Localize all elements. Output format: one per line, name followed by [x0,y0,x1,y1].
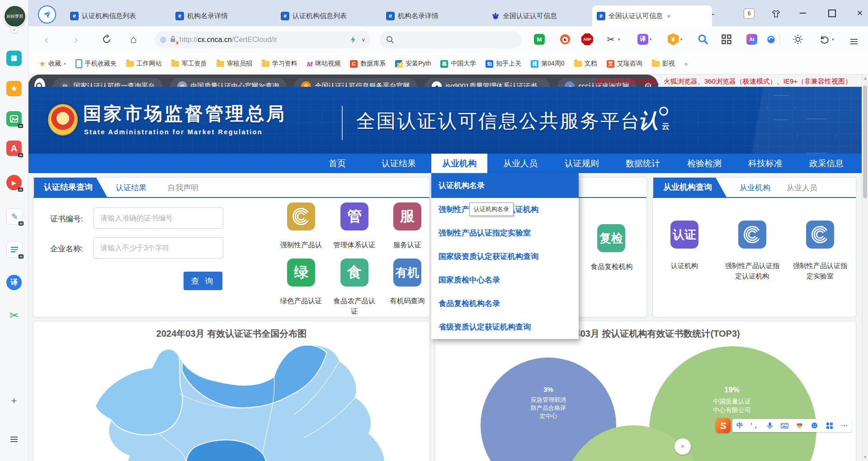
menu-provincial-qualification-query[interactable]: 省级资质认定获证机构查询 [431,315,579,339]
ext-browser-assistant-icon[interactable] [764,33,778,46]
cert-no-input[interactable] [94,207,223,229]
bookmark-zhihu[interactable]: 知知乎上关 [486,60,521,68]
ime-skin-palette-icon[interactable] [792,419,807,432]
scroll-down-arrow[interactable]: ▼ [863,455,867,459]
scissors-dropdown-icon[interactable]: ▾ [618,37,620,42]
bookmark-database[interactable]: C数据库系 [350,60,386,68]
ai-list-tool-icon[interactable]: AI [6,241,23,258]
bookmark-mooc[interactable]: 慕中国大学 [440,60,476,68]
ext-ai-icon[interactable]: AI [745,33,759,46]
speed-bolt-icon[interactable] [350,36,356,43]
management-cert-icon[interactable]: 管 [340,202,368,230]
ime-grid-icon[interactable] [822,419,837,432]
back-button[interactable]: ‹ [40,33,53,46]
nav-procurement[interactable]: 政采信息 [804,154,849,173]
translate-tool-icon[interactable]: 译 [6,275,22,290]
home-button[interactable]: ⌂ [127,33,140,46]
ime-chinese-mode-icon[interactable]: 中 [732,419,747,432]
user-avatar[interactable]: 好好學習 [4,5,26,28]
menu-national-qualification-query[interactable]: 国家级资质认定获证机构查询 [431,245,579,268]
tab-cert-result-query[interactable]: 认证结果查询 [34,178,107,197]
forward-button[interactable]: › [69,33,83,46]
nav-inspection[interactable]: 检验检测 [682,154,727,173]
insecure-lock-icon[interactable]: x [170,36,176,44]
tab-close-icon[interactable]: × [667,12,671,20]
tab-6-active[interactable]: e 全国认证认可信息 × [592,5,712,26]
bookmarks-overflow[interactable]: » [684,60,688,67]
ime-emoji-icon[interactable] [807,419,822,432]
green-product-icon[interactable]: 绿 [287,259,315,287]
china-map[interactable] [68,343,412,461]
ccc-cert-icon[interactable] [287,202,315,230]
nav-cert-rules[interactable]: 认证规则 [559,154,604,173]
url-dropdown-icon[interactable]: ∨ [361,37,365,43]
ime-punctuation-icon[interactable]: ’， [747,419,762,432]
ime-keyboard-icon[interactable] [777,419,792,432]
url-text[interactable]: http://cx.cnca.cn/CertECloud/ir [179,36,277,44]
ext-search-magnifier-icon[interactable] [696,33,710,46]
browser-logo-icon[interactable] [38,5,56,24]
tab-org-query[interactable]: 从业机构查询 [653,178,726,197]
undo-closed-tab-icon[interactable] [817,33,831,46]
ime-mic-icon[interactable] [762,419,777,432]
ime-more-icon[interactable]: ⋯ [837,419,852,432]
tab-cert-result[interactable]: 认证结果 [116,178,146,197]
theme-shirt-icon[interactable] [769,8,782,19]
scroll-up-arrow[interactable]: ▲ [863,76,867,80]
translate-dropdown-icon[interactable]: ▾ [650,37,652,42]
page-scrollbar[interactable]: ▲ ▼ [862,75,868,461]
ext-adblock-icon[interactable]: ABP [580,33,594,46]
organic-code-icon[interactable]: 有机 [393,259,421,287]
nav-cert-results[interactable]: 认证结果 [376,154,421,173]
nav-statistics[interactable]: 数据统计 [620,154,665,173]
night-mode-sun-icon[interactable] [791,33,805,46]
tab-1[interactable]: e 认证机构信息列表 [66,5,180,26]
bookmark-folder[interactable]: 学习资料 [262,60,297,68]
tab-person[interactable]: 从业人员 [787,178,817,197]
bookmark-iresearch[interactable]: 艾艾瑞咨询 [607,60,642,68]
ai-image-tool-icon[interactable]: AI [6,111,22,127]
nav-practitioner-orgs[interactable]: 从业机构 [431,154,487,173]
refresh-button[interactable] [100,33,113,46]
ext-grid-apps-icon[interactable] [720,33,733,46]
bookmark-video[interactable]: 视第04周0 [531,60,564,68]
service-cert-icon[interactable]: 服 [393,202,421,230]
screenshot-scissors-icon[interactable]: ✂ [6,308,22,323]
ext-notebook-icon[interactable]: M [533,33,546,46]
bookmark-folder[interactable]: 文档 [574,60,597,68]
window-close-button[interactable]: × [854,7,866,19]
nav-practitioners[interactable]: 从业人员 [498,154,543,173]
ext-translate-icon[interactable]: 译 [636,33,650,46]
ext-scissors-icon[interactable]: ✂ [604,33,618,46]
bookmark-python[interactable]: Py安装Pyth [395,60,431,68]
window-maximize-button[interactable] [826,7,838,19]
tab-4[interactable]: e 机构名录详情 [382,5,496,26]
search-box[interactable] [380,31,522,48]
menu-cert-org-directory[interactable]: 认证机构名录 [431,173,579,198]
address-bar[interactable]: x http://cx.cnca.cn/CertECloud/ir ∨ [155,31,371,48]
ext-weibo-icon[interactable] [558,33,572,46]
scrollbar-thumb[interactable] [863,85,867,198]
ai-note-tool-icon[interactable]: ✎AI [6,208,23,225]
cert-org-icon[interactable]: 认证 [670,221,698,249]
site-info-icon[interactable] [160,37,166,43]
ccc-designated-lab-icon[interactable] [806,221,834,249]
bookmark-mobile[interactable]: 手机收藏夹 [75,59,117,68]
bookmark-folder[interactable]: 工作网站 [126,60,162,68]
tab-count-badge[interactable]: 6 [744,9,755,19]
undo-dropdown-icon[interactable]: ▾ [832,37,834,42]
tab-self-declaration[interactable]: 自我声明 [168,178,198,197]
bookmark-migu[interactable]: M咪咕视频 [307,60,341,68]
ext-rebate-icon[interactable]: ¥ [666,33,680,46]
ai-pdf-tool-icon[interactable]: AAI [6,141,22,156]
menu-ccc-designated-lab[interactable]: 强制性产品认证指定实验室 [431,221,579,245]
favorites-star-icon[interactable]: ★ [6,81,22,96]
sogou-logo-icon[interactable]: S [716,418,731,433]
bookmark-folder[interactable]: 审核员招 [217,60,252,68]
apps-icon[interactable] [6,51,22,66]
tab-org[interactable]: 从业机构 [740,178,770,197]
bookmark-favorites[interactable]: ★收藏▾ [39,59,66,69]
tab-5[interactable]: 全国认证认可信息 [487,5,601,26]
food-agri-icon[interactable]: 食 [340,259,368,287]
query-button[interactable]: 查 询 [184,272,222,290]
